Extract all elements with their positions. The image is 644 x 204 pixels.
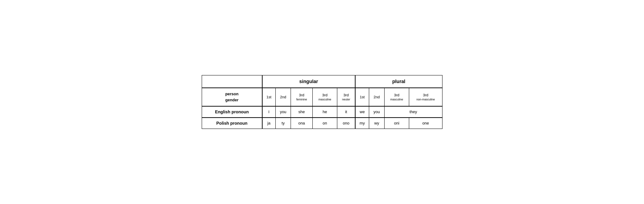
english-3rd-masculine-singular: he: [312, 106, 337, 118]
polish-3rd-masculine-plural: oni: [384, 118, 409, 129]
english-pronoun-header: English pronoun: [202, 106, 262, 118]
col-1st-plural: 1st: [355, 88, 369, 106]
polish-pronoun-header: Polish pronoun: [202, 118, 262, 129]
col-2nd-plural: 2nd: [369, 88, 384, 106]
col-3rd-neuter: 3rd neuter: [337, 88, 355, 106]
polish-3rd-nonmasculine: one: [409, 118, 442, 129]
polish-3rd-masculine-singular: on: [312, 118, 337, 129]
english-1st-plural: we: [355, 106, 369, 118]
polish-3rd-neuter: ono: [337, 118, 355, 129]
col-1st-singular: 1st: [262, 88, 276, 106]
col-3rd-masculine-plural: 3rd masculine: [384, 88, 409, 106]
person-gender-cell: person gender: [202, 88, 262, 106]
english-1st-singular: I: [262, 106, 276, 118]
english-3rd-plural: they: [384, 106, 442, 118]
english-2nd-singular: you: [276, 106, 291, 118]
empty-corner: [202, 75, 262, 88]
pronoun-table: singular plural person gender 1st 2nd 3r…: [202, 75, 442, 129]
col-3rd-nonmasculine: 3rd non-masculine: [409, 88, 442, 106]
col-3rd-feminine: 3rd feminine: [291, 88, 312, 106]
polish-2nd-plural: wy: [369, 118, 384, 129]
plural-header: plural: [355, 75, 442, 88]
english-2nd-plural: you: [369, 106, 384, 118]
polish-1st-singular: ja: [262, 118, 276, 129]
polish-3rd-feminine: ona: [291, 118, 312, 129]
table-wrapper: singular plural person gender 1st 2nd 3r…: [198, 72, 446, 132]
english-3rd-neuter: it: [337, 106, 355, 118]
col-3rd-masculine-singular: 3rd masculine: [312, 88, 337, 106]
col-2nd-singular: 2nd: [276, 88, 291, 106]
polish-1st-plural: my: [355, 118, 369, 129]
singular-header: singular: [262, 75, 355, 88]
english-3rd-feminine: she: [291, 106, 312, 118]
polish-2nd-singular: ty: [276, 118, 291, 129]
